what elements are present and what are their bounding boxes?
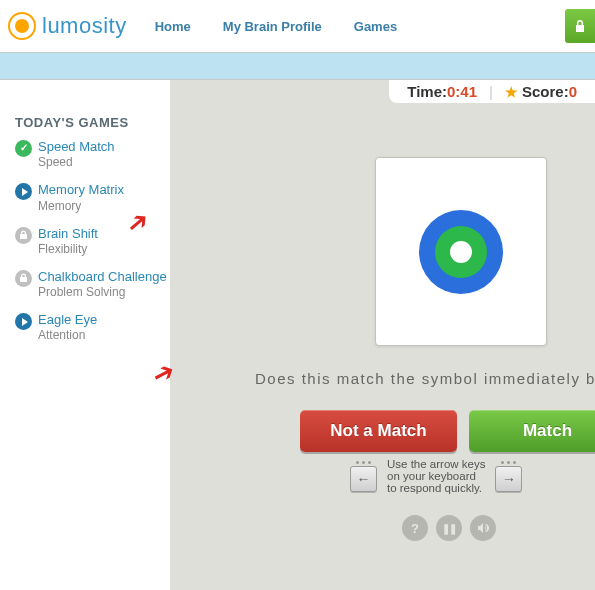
game-item-speed-match[interactable]: ✓ Speed Match Speed: [15, 139, 170, 170]
game-category: Flexibility: [38, 242, 98, 257]
nav-home[interactable]: Home: [155, 19, 191, 34]
sound-button[interactable]: [470, 515, 496, 541]
symbol-ring-inner: [450, 241, 472, 263]
game-item-memory-matrix[interactable]: Memory Matrix Memory: [15, 182, 170, 213]
nav-games[interactable]: Games: [354, 19, 397, 34]
logo-text: lumosity: [42, 13, 127, 39]
game-area: Time: 0:41 | ★ Score: 0 Does this match …: [170, 80, 595, 590]
hud-bar: Time: 0:41 | ★ Score: 0: [389, 80, 595, 103]
header: lumosity Home My Brain Profile Games: [0, 0, 595, 52]
game-category: Memory: [38, 199, 124, 214]
lock-icon: [574, 19, 586, 33]
keyboard-hint: ← Use the arrow keys on your keyboard to…: [350, 458, 522, 494]
game-name: Chalkboard Challenge: [38, 269, 167, 285]
game-name: Speed Match: [38, 139, 115, 155]
play-icon: [15, 183, 32, 200]
speaker-icon: [476, 521, 490, 535]
pause-button[interactable]: ❚❚: [436, 515, 462, 541]
logo[interactable]: lumosity: [8, 12, 127, 40]
sub-header-bar: [0, 52, 595, 80]
score-label: Score:: [522, 83, 569, 100]
nav-brain-profile[interactable]: My Brain Profile: [223, 19, 322, 34]
game-name: Eagle Eye: [38, 312, 97, 328]
star-icon: ★: [505, 84, 518, 100]
match-button[interactable]: Match: [469, 410, 595, 452]
game-name: Memory Matrix: [38, 182, 124, 198]
symbol-ring-outer: [419, 210, 503, 294]
not-a-match-button[interactable]: Not a Match: [300, 410, 457, 452]
lock-icon: [15, 227, 32, 244]
hint-text: Use the arrow keys on your keyboard to r…: [387, 458, 485, 494]
login-button[interactable]: [565, 9, 595, 43]
arrow-right-key: →: [495, 466, 522, 492]
symbol-card: [375, 157, 547, 346]
game-category: Problem Solving: [38, 285, 167, 300]
prompt-text: Does this match the symbol immediately b…: [255, 370, 595, 387]
sidebar-title: TODAY'S GAMES: [15, 115, 170, 130]
time-label: Time:: [407, 83, 447, 100]
game-name: Brain Shift: [38, 226, 98, 242]
game-item-brain-shift[interactable]: Brain Shift Flexibility: [15, 226, 170, 257]
arrow-left-key: ←: [350, 466, 377, 492]
time-value: 0:41: [447, 83, 477, 100]
symbol-ring-mid: [435, 226, 487, 278]
lock-icon: [15, 270, 32, 287]
help-button[interactable]: ?: [402, 515, 428, 541]
play-icon: [15, 313, 32, 330]
game-category: Attention: [38, 328, 97, 343]
game-item-chalkboard-challenge[interactable]: Chalkboard Challenge Problem Solving: [15, 269, 170, 300]
score-value: 0: [569, 83, 577, 100]
game-category: Speed: [38, 155, 115, 170]
sidebar: TODAY'S GAMES ✓ Speed Match Speed Memory…: [0, 80, 170, 590]
brain-icon: [8, 12, 36, 40]
game-item-eagle-eye[interactable]: Eagle Eye Attention: [15, 312, 170, 343]
check-icon: ✓: [15, 140, 32, 157]
